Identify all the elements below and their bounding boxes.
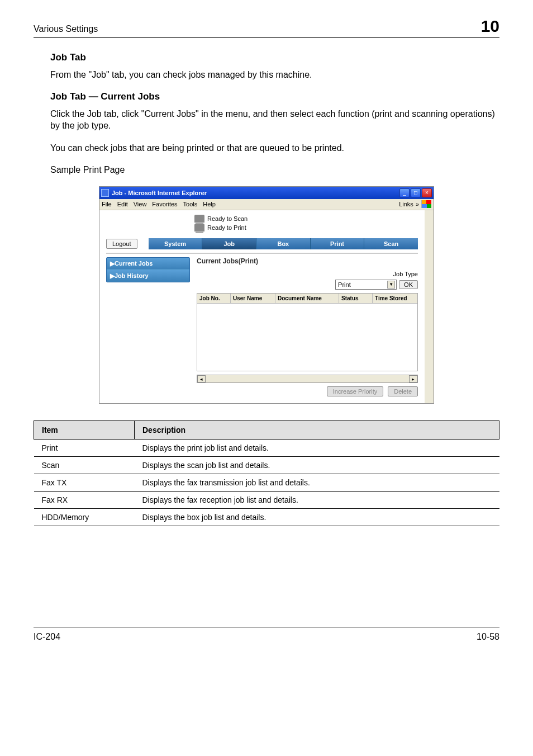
- windows-flag-icon: [421, 200, 431, 208]
- cell-desc: Displays the box job list and details.: [135, 508, 499, 526]
- scroll-right-icon[interactable]: ▸: [409, 375, 417, 382]
- maximize-button[interactable]: □: [411, 188, 421, 197]
- cell-item: Fax TX: [34, 474, 135, 491]
- footer-page-number: 10-58: [477, 632, 499, 642]
- col-timestored: Time Stored: [373, 294, 417, 304]
- tab-scan[interactable]: Scan: [364, 238, 418, 249]
- table-row: Print Displays the print job list and de…: [34, 439, 499, 456]
- cell-item: HDD/Memory: [34, 508, 135, 526]
- cell-item: Scan: [34, 456, 135, 474]
- jobtype-select[interactable]: Print ▼: [335, 280, 397, 290]
- th-item: Item: [34, 420, 135, 439]
- window-title: Job - Microsoft Internet Explorer: [112, 190, 207, 196]
- menu-edit[interactable]: Edit: [117, 201, 128, 207]
- para-currentjobs-1: Click the Job tab, click "Current Jobs" …: [50, 108, 499, 132]
- logout-button[interactable]: Logout: [106, 239, 137, 249]
- tab-print[interactable]: Print: [311, 238, 365, 249]
- cell-desc: Displays the print job list and details.: [135, 439, 499, 456]
- divider: [106, 253, 418, 254]
- heading-current-jobs: Job Tab — Current Jobs: [50, 91, 499, 102]
- printer-icon: [194, 224, 204, 231]
- col-status: Status: [339, 294, 373, 304]
- status-scan: Ready to Scan: [207, 215, 248, 222]
- status-area: Ready to Scan Ready to Print: [99, 210, 425, 238]
- para-sample-print: Sample Print Page: [50, 164, 499, 176]
- menu-links[interactable]: Links: [399, 201, 413, 207]
- job-table: Job No. User Name Document Name Status T…: [197, 293, 418, 371]
- sidebar-job-history[interactable]: ▶Job History: [107, 270, 189, 282]
- cell-item: Fax RX: [34, 491, 135, 508]
- footer-model: IC-204: [34, 632, 60, 642]
- cell-item: Print: [34, 439, 135, 456]
- scroll-left-icon[interactable]: ◂: [197, 375, 206, 382]
- menu-view[interactable]: View: [134, 201, 147, 207]
- jobtype-label: Job Type: [393, 271, 418, 277]
- menu-favorites[interactable]: Favorites: [152, 201, 177, 207]
- header-chapter-number: 10: [481, 17, 499, 36]
- col-jobno: Job No.: [197, 294, 231, 304]
- chevron-down-icon: ▼: [387, 281, 395, 289]
- increase-priority-button[interactable]: Increase Priority: [327, 386, 383, 396]
- col-docname: Document Name: [275, 294, 339, 304]
- col-username: User Name: [231, 294, 275, 304]
- scanner-icon: [194, 215, 204, 223]
- tab-system[interactable]: System: [149, 238, 203, 249]
- panel-title: Current Jobs(Print): [197, 257, 418, 265]
- table-row: Fax TX Displays the fax transmission job…: [34, 474, 499, 491]
- cell-desc: Displays the fax reception job list and …: [135, 491, 499, 508]
- para-currentjobs-2: You can check jobs that are being printe…: [50, 142, 499, 154]
- cell-desc: Displays the scan job list and details.: [135, 456, 499, 474]
- window-titlebar: Job - Microsoft Internet Explorer _ □ ×: [99, 187, 434, 199]
- delete-button[interactable]: Delete: [388, 386, 418, 396]
- table-row: Scan Displays the scan job list and deta…: [34, 456, 499, 474]
- para-jobtab-intro: From the "Job" tab, you can check jobs m…: [50, 69, 499, 81]
- screenshot-window: Job - Microsoft Internet Explorer _ □ × …: [99, 186, 434, 404]
- ie-icon: [101, 189, 109, 197]
- minimize-button[interactable]: _: [399, 188, 410, 197]
- tab-job[interactable]: Job: [202, 238, 256, 249]
- ok-button[interactable]: OK: [399, 280, 418, 289]
- page-footer: IC-204 10-58: [34, 627, 499, 642]
- menu-file[interactable]: File: [102, 201, 112, 207]
- menu-help[interactable]: Help: [203, 201, 216, 207]
- close-button[interactable]: ×: [422, 188, 432, 197]
- sidebar-current-jobs[interactable]: ▶Current Jobs: [107, 258, 189, 270]
- table-row: HDD/Memory Displays the box job list and…: [34, 508, 499, 526]
- table-body-empty: [197, 304, 417, 368]
- page-header: Various Settings 10: [34, 17, 499, 38]
- header-section-title: Various Settings: [34, 24, 98, 34]
- th-description: Description: [135, 420, 499, 439]
- menu-bar: File Edit View Favorites Tools Help Link…: [99, 199, 434, 210]
- menu-tools[interactable]: Tools: [183, 201, 198, 207]
- heading-job-tab: Job Tab: [50, 52, 499, 63]
- description-table: Item Description Print Displays the prin…: [34, 420, 499, 526]
- tab-box[interactable]: Box: [256, 238, 311, 249]
- table-row: Fax RX Displays the fax reception job li…: [34, 491, 499, 508]
- jobtype-select-value: Print: [338, 281, 351, 288]
- cell-desc: Displays the fax transmission job list a…: [135, 474, 499, 491]
- status-print: Ready to Print: [207, 224, 246, 231]
- horizontal-scrollbar[interactable]: ◂ ▸: [197, 375, 418, 383]
